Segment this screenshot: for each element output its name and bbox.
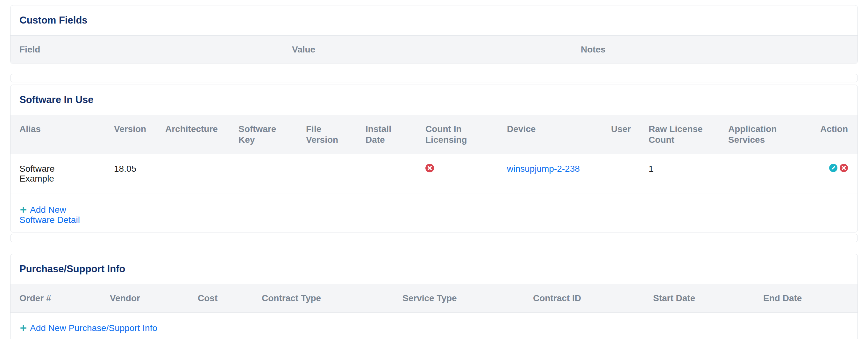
column-header-service-type: Service Type xyxy=(394,284,524,313)
add-purchase-row: Add New Purchase/Support Info xyxy=(10,312,858,337)
add-new-software-detail-label: Add New Software Detail xyxy=(20,205,80,225)
column-header-user: User xyxy=(602,115,640,154)
column-header-notes: Notes xyxy=(572,36,858,64)
column-header-file-version: File Version xyxy=(297,115,356,154)
alias-text: Software Example xyxy=(20,164,70,183)
purchase-support-table: Order # Vendor Cost Contract Type Servic… xyxy=(10,284,858,312)
cell-file-version xyxy=(297,154,356,193)
column-header-alias: Alias xyxy=(10,115,105,154)
software-row: Software Example 18.05 xyxy=(10,154,858,193)
empty-panel xyxy=(10,74,858,82)
cell-raw-license-count: 1 xyxy=(640,154,719,193)
cell-install-date xyxy=(356,154,416,193)
cell-count-in-licensing xyxy=(416,154,498,193)
cell-version: 18.05 xyxy=(105,154,156,193)
column-header-value: Value xyxy=(283,36,572,64)
cell-alias: Software Example xyxy=(10,154,105,193)
column-header-version: Version xyxy=(105,115,156,154)
edit-icon[interactable] xyxy=(829,164,837,172)
column-header-end-date: End Date xyxy=(754,284,858,313)
cell-application-services xyxy=(719,154,802,193)
custom-fields-table: Field Value Notes xyxy=(10,35,858,64)
purchase-header-row: Order # Vendor Cost Contract Type Servic… xyxy=(10,284,858,313)
software-header-row: Alias Version Architecture Software Key … xyxy=(10,115,858,154)
custom-fields-title: Custom Fields xyxy=(10,5,858,35)
cell-device: winsupjump-2-238 xyxy=(498,154,602,193)
device-link[interactable]: winsupjump-2-238 xyxy=(507,164,580,174)
add-new-purchase-support-info-label: Add New Purchase/Support Info xyxy=(30,323,157,333)
software-in-use-card: Software In Use Alias Version Architectu… xyxy=(10,84,858,233)
custom-fields-header-row: Field Value Notes xyxy=(10,36,858,64)
column-header-cost: Cost xyxy=(189,284,253,313)
software-in-use-table: Alias Version Architecture Software Key … xyxy=(10,115,858,232)
column-header-contract-type: Contract Type xyxy=(253,284,394,313)
column-header-device: Device xyxy=(498,115,602,154)
column-header-architecture: Architecture xyxy=(156,115,229,154)
asset-detail-page: Custom Fields Field Value Notes Software… xyxy=(0,0,868,339)
column-header-start-date: Start Date xyxy=(644,284,754,313)
add-software-row: Add New Software Detail xyxy=(10,193,858,233)
times-circle-icon xyxy=(425,164,434,172)
add-new-software-detail-link[interactable]: Add New Software Detail xyxy=(20,205,89,225)
purchase-support-info-title: Purchase/Support Info xyxy=(10,254,858,284)
empty-panel xyxy=(10,234,858,242)
column-header-application-services: Application Services xyxy=(719,115,802,154)
column-header-contract-id: Contract ID xyxy=(524,284,644,313)
cell-action xyxy=(802,154,858,193)
column-header-action: Action xyxy=(802,115,858,154)
column-header-software-key: Software Key xyxy=(229,115,297,154)
column-header-order-number: Order # xyxy=(10,284,101,313)
add-new-purchase-support-info-link[interactable]: Add New Purchase/Support Info xyxy=(20,323,157,333)
column-header-field: Field xyxy=(10,36,283,64)
plus-icon xyxy=(20,324,27,332)
column-header-install-date: Install Date xyxy=(356,115,416,154)
cell-architecture xyxy=(156,154,229,193)
delete-icon[interactable] xyxy=(840,164,848,172)
plus-icon xyxy=(20,206,27,214)
add-software-cell: Add New Software Detail xyxy=(10,193,858,233)
column-header-vendor: Vendor xyxy=(101,284,189,313)
cell-software-key xyxy=(229,154,297,193)
column-header-raw-license-count: Raw License Count xyxy=(640,115,719,154)
software-in-use-title: Software In Use xyxy=(10,85,858,115)
cell-user xyxy=(602,154,640,193)
column-header-count-in-licensing: Count In Licensing xyxy=(416,115,498,154)
purchase-support-info-card: Purchase/Support Info Order # Vendor Cos… xyxy=(10,254,858,339)
custom-fields-card: Custom Fields Field Value Notes xyxy=(10,5,858,64)
